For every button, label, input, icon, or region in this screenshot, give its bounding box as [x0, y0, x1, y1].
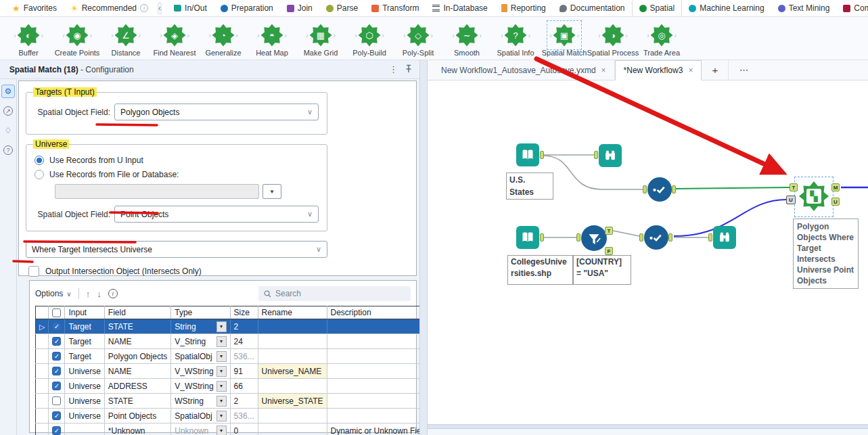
col-description[interactable]: Description: [327, 306, 419, 319]
input-data-tool-us-states[interactable]: [516, 143, 539, 166]
category-tab-machine-learning[interactable]: Machine Learning: [682, 0, 771, 16]
row-checkbox[interactable]: ✓: [52, 337, 61, 346]
row-checkbox[interactable]: [52, 396, 61, 405]
targets-spatial-field-dropdown[interactable]: Polygon Objects ∨: [114, 104, 319, 120]
row-checkbox[interactable]: ✓: [52, 352, 61, 361]
category-tab-transform[interactable]: Transform: [365, 0, 426, 16]
cell-type[interactable]: SpatialObj▾: [171, 409, 230, 423]
settings-icon[interactable]: ⚙: [1, 85, 15, 98]
col-size[interactable]: Size: [230, 306, 258, 319]
category-tab-in-database[interactable]: In-Database: [426, 0, 494, 16]
options-dropdown[interactable]: Options ∨: [35, 289, 72, 298]
distance-tool[interactable]: ›∠›Distance: [101, 21, 150, 57]
cell-description[interactable]: [327, 409, 419, 423]
cell-description[interactable]: Dynamic or Unknown Fields: [327, 423, 419, 435]
type-dropdown-button[interactable]: ▾: [216, 366, 227, 377]
open-example-icon[interactable]: ↗: [1, 104, 15, 118]
buffer-tool[interactable]: ›◐›Buffer: [4, 21, 53, 57]
pin-icon[interactable]: [405, 64, 413, 75]
table-row[interactable]: ✓UniversePoint ObjectsSpatialObj▾536...: [36, 409, 420, 423]
spatial-match-annotation[interactable]: Polygon Objects Where Target Intersects …: [793, 219, 859, 289]
table-row[interactable]: ▷✓TargetSTATEString▾2: [36, 319, 420, 334]
cell-rename[interactable]: [258, 423, 327, 435]
select-all-checkbox[interactable]: [52, 308, 61, 317]
row-checkbox[interactable]: ✓: [52, 411, 61, 420]
spatial-match-tool[interactable]: ›▣›Spatial Match: [540, 21, 589, 57]
create-points-tool[interactable]: ›◉›Create Points: [53, 21, 101, 57]
table-row[interactable]: ✓UniverseNAMEV_WString▾91Universe_NAME: [36, 364, 420, 379]
col-input[interactable]: Input: [65, 306, 104, 319]
spatial-match-tool-node[interactable]: ▚: [799, 181, 829, 211]
type-dropdown-button[interactable]: ▾: [216, 336, 227, 347]
type-dropdown-button[interactable]: ▾: [216, 396, 227, 407]
category-tab-spatial[interactable]: Spatial: [632, 0, 683, 16]
output-anchor[interactable]: [540, 233, 544, 242]
input-anchor[interactable]: [576, 233, 580, 242]
workflow-tab-new-workflow3[interactable]: *New Workflow3×: [615, 60, 702, 81]
output-anchor[interactable]: [540, 151, 544, 159]
make-grid-tool[interactable]: ›▦›Make Grid: [296, 21, 345, 57]
row-checkbox[interactable]: ✓: [52, 382, 61, 390]
cell-description[interactable]: [327, 364, 419, 379]
browse-tool-2[interactable]: [713, 226, 736, 249]
input1-annotation[interactable]: U.S. States: [506, 173, 553, 200]
smooth-tool[interactable]: ›∼›Smooth: [442, 21, 491, 57]
unmatched-output-anchor[interactable]: U: [831, 198, 840, 206]
trade-area-tool[interactable]: ›◎›Trade Area: [637, 21, 686, 57]
input-data-tool-colleges[interactable]: [516, 226, 539, 249]
cell-type[interactable]: V_WString▾: [171, 379, 230, 394]
matched-output-anchor[interactable]: M: [831, 183, 840, 191]
category-tab-in-out[interactable]: In/Out: [167, 0, 214, 16]
output-intersection-checkbox[interactable]: [28, 266, 39, 277]
table-row[interactable]: UniverseSTATEWString▾2Universe_STATE: [36, 394, 420, 409]
type-dropdown-button[interactable]: ▾: [216, 411, 227, 421]
filter-tool[interactable]: [581, 225, 607, 251]
row-checkbox[interactable]: ✓: [52, 426, 61, 435]
cell-rename[interactable]: Universe_NAME: [258, 364, 327, 379]
category-tab-preparation[interactable]: Preparation: [214, 0, 280, 16]
help-icon[interactable]: ?: [1, 143, 15, 157]
generalize-tool[interactable]: ›◔›Generalize: [199, 21, 248, 57]
filter-false-anchor[interactable]: F: [605, 247, 613, 255]
scroll-left-button[interactable]: ‹: [158, 2, 162, 15]
table-row[interactable]: ✓*UnknownUnknown▾0Dynamic or Unknown Fie…: [36, 423, 420, 435]
info-icon[interactable]: i: [108, 289, 118, 298]
use-u-input-radio[interactable]: Use Records from U Input: [35, 156, 319, 165]
tag-icon[interactable]: ♢: [1, 124, 15, 137]
cell-rename[interactable]: [258, 319, 327, 334]
spatial-process-tool[interactable]: ›◑›Spatial Process: [589, 21, 637, 57]
cell-description[interactable]: [327, 319, 419, 334]
recommended-tab[interactable]: ☀ Recommended i: [64, 0, 155, 16]
input-anchor[interactable]: [594, 151, 598, 159]
cell-description[interactable]: [327, 394, 419, 409]
universe-input-anchor[interactable]: U: [786, 196, 796, 204]
cell-rename[interactable]: [258, 334, 327, 349]
category-tab-text-mining[interactable]: Text Mining: [771, 0, 837, 16]
input-anchor[interactable]: [708, 233, 712, 242]
cell-type[interactable]: Unknown▾: [171, 423, 230, 435]
close-icon[interactable]: ×: [688, 66, 693, 75]
select-tool-2[interactable]: [644, 225, 668, 250]
select-tool-1[interactable]: [647, 177, 672, 202]
results-splitter[interactable]: [428, 424, 868, 429]
cell-description[interactable]: [327, 379, 419, 394]
match-type-dropdown[interactable]: Where Target Intersects Universe ∨: [26, 241, 327, 258]
file-path-input[interactable]: [55, 184, 259, 199]
workflow-canvas[interactable]: U.S. States CollegesUniversities.shp: [428, 81, 868, 424]
type-dropdown-button[interactable]: ▾: [216, 381, 227, 392]
cell-rename[interactable]: [258, 409, 327, 423]
input-anchor[interactable]: [643, 185, 647, 193]
row-checkbox[interactable]: ✓: [52, 322, 61, 331]
find-nearest-tool[interactable]: ›◈›Find Nearest: [150, 21, 199, 57]
category-tab-reporting[interactable]: Reporting: [495, 0, 553, 16]
cell-type[interactable]: WString▾: [171, 394, 230, 409]
tab-overflow-button[interactable]: ⋯: [729, 60, 758, 80]
type-dropdown-button[interactable]: ▾: [216, 321, 227, 332]
file-browse-dropdown-button[interactable]: ▾: [262, 184, 281, 199]
type-dropdown-button[interactable]: ▾: [216, 351, 227, 362]
table-row[interactable]: ✓UniverseADDRESSV_WString▾66: [36, 379, 420, 394]
cell-description[interactable]: [327, 349, 419, 364]
target-input-anchor[interactable]: T: [790, 183, 798, 191]
row-checkbox[interactable]: ✓: [52, 367, 61, 375]
input-anchor[interactable]: [639, 233, 643, 242]
